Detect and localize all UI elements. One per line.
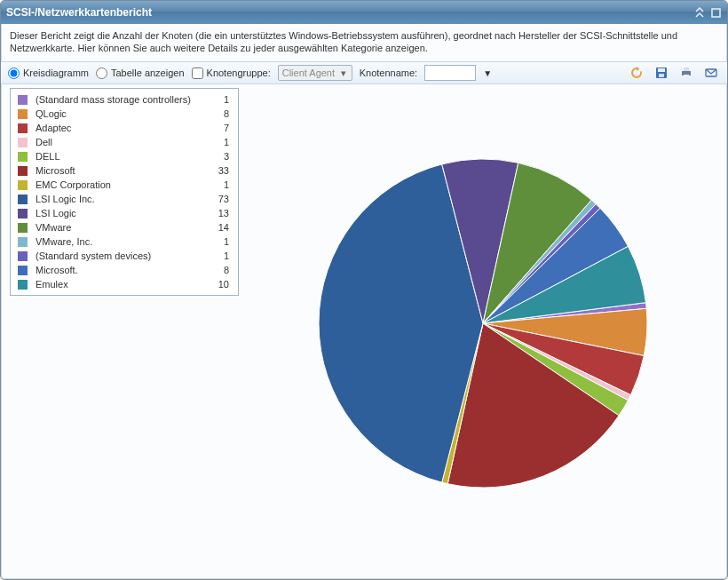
svg-rect-0 [712,9,720,17]
nodename-dropdown-icon[interactable]: ▼ [483,68,492,78]
report-description: Dieser Bericht zeigt die Anzahl der Knot… [1,24,727,61]
window-title: SCSI-/Netzwerkkartenbericht [6,6,690,19]
chevron-down-icon: ▾ [337,68,350,79]
legend-table: (Standard mass storage controllers)1QLog… [12,92,236,291]
legend-label: VMware [30,220,204,234]
legend-value: 1 [204,178,236,192]
legend-value: 1 [204,92,236,107]
legend-value: 1 [204,249,236,263]
legend-swatch [18,180,28,190]
view-table-label: Tabelle anzeigen [111,68,185,78]
legend-label: VMware, Inc. [30,234,204,249]
legend-swatch [18,152,28,162]
legend-row[interactable]: VMware14 [12,220,236,234]
legend-value: 33 [204,163,236,178]
legend-label: Microsoft. [30,263,204,277]
nodegroup-checkbox[interactable]: Knotengruppe: [192,68,271,79]
legend-label: Dell [30,135,204,149]
nodegroup-checkbox-input[interactable] [192,68,203,79]
view-piechart-input[interactable] [8,68,20,79]
legend-swatch [18,123,28,133]
legend-value: 8 [204,263,236,277]
legend-value: 1 [204,234,236,249]
report-window: SCSI-/Netzwerkkartenbericht Dieser Beric… [0,0,728,580]
nodegroup-value: Client Agent [282,68,337,78]
legend-row[interactable]: EMC Corporation1 [12,178,236,192]
view-table-radio[interactable]: Tabelle anzeigen [96,68,185,79]
detach-icon[interactable] [693,6,706,19]
view-piechart-radio[interactable]: Kreisdiagramm [8,68,89,79]
legend-value: 8 [204,107,236,121]
legend-label: Microsoft [30,163,204,178]
view-table-input[interactable] [96,68,107,79]
legend-value: 10 [204,277,236,291]
legend-row[interactable]: QLogic8 [12,107,236,121]
legend-label: EMC Corporation [30,178,204,192]
legend-value: 73 [204,192,236,206]
legend-label: QLogic [30,107,204,121]
legend-row[interactable]: (Standard mass storage controllers)1 [12,92,236,107]
legend-row[interactable]: VMware, Inc.1 [12,234,236,249]
refresh-icon[interactable] [628,64,645,82]
legend-row[interactable]: DELL3 [12,149,236,163]
svg-rect-5 [684,68,689,71]
pie-chart-svg [305,146,661,501]
legend-row[interactable]: LSI Logic Inc.73 [12,192,236,206]
nodegroup-label: Knotengruppe: [207,68,271,78]
svg-rect-2 [658,68,665,72]
legend-swatch [18,195,28,204]
legend-swatch [18,266,28,275]
svg-rect-6 [684,75,689,78]
legend-label: LSI Logic Inc. [30,192,204,206]
legend-swatch [18,166,28,176]
legend-row[interactable]: Adaptec7 [12,121,236,135]
nodename-input[interactable] [424,65,476,81]
legend-value: 14 [204,220,236,234]
legend-swatch [18,209,28,218]
legend-row[interactable]: (Standard system devices)1 [12,249,236,263]
legend-swatch [18,280,28,290]
save-icon[interactable] [653,64,670,82]
legend-label: Adaptec [30,121,204,135]
titlebar: SCSI-/Netzwerkkartenbericht [1,1,727,24]
legend-swatch [18,223,28,233]
report-body: (Standard mass storage controllers)1QLog… [1,81,727,579]
legend-label: DELL [30,149,204,163]
legend-row[interactable]: Microsoft33 [12,163,236,178]
maximize-icon[interactable] [709,6,722,19]
legend-swatch [18,138,28,147]
svg-rect-3 [659,74,664,77]
legend-value: 7 [204,121,236,135]
email-icon[interactable] [702,64,720,82]
nodegroup-select[interactable]: Client Agent ▾ [278,65,352,81]
legend-label: (Standard system devices) [30,249,204,263]
legend: (Standard mass storage controllers)1QLog… [10,88,239,296]
legend-label: (Standard mass storage controllers) [30,92,204,107]
legend-label: Emulex [30,277,204,291]
pie-chart [239,81,727,579]
legend-swatch [18,237,28,247]
nodename-label: Knotenname: [360,68,417,78]
print-icon[interactable] [677,64,695,82]
legend-label: LSI Logic [30,206,204,220]
legend-value: 3 [204,149,236,163]
legend-row[interactable]: LSI Logic13 [12,206,236,220]
view-piechart-label: Kreisdiagramm [23,68,89,78]
legend-value: 1 [204,135,236,149]
legend-row[interactable]: Emulex10 [12,277,236,291]
legend-row[interactable]: Microsoft.8 [12,263,236,277]
legend-value: 13 [204,206,236,220]
legend-swatch [18,109,28,119]
legend-swatch [18,251,28,261]
legend-row[interactable]: Dell1 [12,135,236,149]
legend-swatch [18,95,28,105]
